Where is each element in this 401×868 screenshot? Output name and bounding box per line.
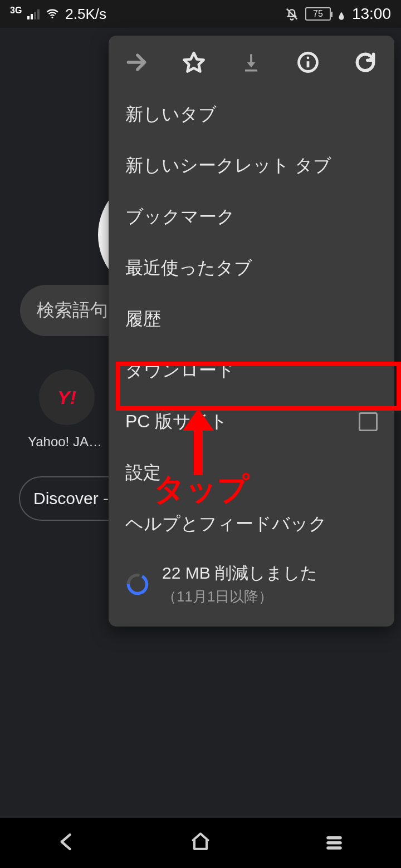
svg-point-7 [307, 57, 310, 60]
info-icon[interactable] [296, 50, 320, 75]
overflow-menu: 新しいタブ 新しいシークレット タブ ブックマーク 最近使ったタブ 履歴 ダウン… [109, 36, 394, 627]
shortcut-label: Yahoo! JAP... [28, 434, 106, 450]
menu-item-label: 新しいシークレット タブ [125, 154, 331, 178]
data-saver-main: 22 MB 削減しました [162, 562, 317, 585]
menu-item-data-saver[interactable]: 22 MB 削減しました （11月1日以降） [109, 550, 394, 619]
shortcut-yahoo[interactable]: Y! Yahoo! JAP... [33, 369, 100, 450]
search-placeholder-text: 検索語句 [37, 298, 108, 323]
menu-item-desktop-site[interactable]: PC 版サイト [109, 396, 394, 447]
menu-item-history[interactable]: 履歴 [109, 294, 394, 345]
mute-bell-icon [284, 6, 300, 22]
menu-item-new-tab[interactable]: 新しいタブ [109, 89, 394, 140]
menu-item-recent-tabs[interactable]: 最近使ったタブ [109, 243, 394, 294]
nav-home-icon[interactable] [188, 830, 213, 856]
forward-icon[interactable] [124, 50, 149, 75]
reload-icon[interactable] [353, 50, 378, 75]
battery-indicator: 75 [305, 7, 331, 21]
menu-item-label: ブックマーク [125, 205, 235, 229]
menu-item-label: ダウンロード [125, 358, 235, 383]
menu-item-label: ヘルプとフィードバック [125, 512, 327, 536]
shortcut-icon: Y! [39, 369, 95, 425]
menu-item-label: 履歴 [125, 307, 161, 332]
menu-item-settings[interactable]: 設定 [109, 447, 394, 499]
menu-item-downloads[interactable]: ダウンロード [109, 345, 394, 396]
download-icon[interactable] [239, 50, 263, 75]
menu-item-bookmarks[interactable]: ブックマーク [109, 191, 394, 243]
system-nav-bar [0, 818, 401, 868]
menu-item-label: 新しいタブ [125, 102, 217, 127]
svg-point-0 [52, 17, 53, 18]
menu-item-label: 最近使ったタブ [125, 256, 252, 280]
data-speed: 2.5K/s [65, 6, 106, 23]
signal-bars-icon [27, 8, 40, 19]
battery-percent: 75 [313, 9, 323, 19]
menu-item-help[interactable]: ヘルプとフィードバック [109, 499, 394, 550]
menu-item-label: PC 版サイト [125, 410, 228, 434]
menu-item-label: 設定 [125, 461, 161, 485]
checkbox-unchecked-icon[interactable] [359, 412, 378, 431]
nav-recents-icon[interactable] [322, 830, 346, 856]
clock: 13:00 [352, 5, 391, 23]
wifi-icon [45, 7, 60, 21]
discover-label: Discover - [33, 489, 109, 508]
svg-rect-4 [245, 70, 257, 72]
data-saver-gauge-icon [125, 572, 150, 596]
data-saver-sub: （11月1日以降） [162, 587, 317, 606]
status-bar: 3G 2.5K/s 75 13:00 [0, 0, 401, 28]
leaf-icon [336, 8, 346, 20]
nav-back-icon[interactable] [55, 830, 79, 856]
bookmark-star-icon[interactable] [182, 50, 206, 75]
menu-item-new-incognito[interactable]: 新しいシークレット タブ [109, 140, 394, 191]
svg-marker-3 [184, 53, 203, 71]
network-type-label: 3G [10, 6, 22, 15]
